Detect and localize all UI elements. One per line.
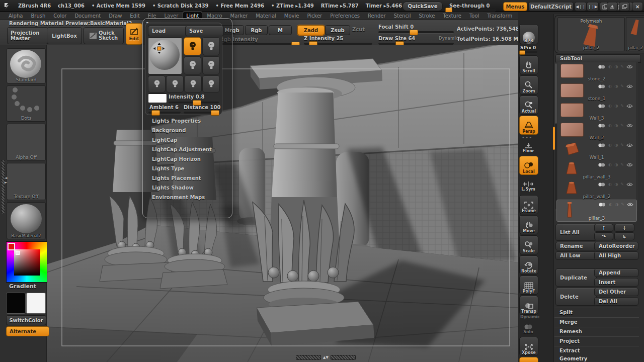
project-section[interactable]: Project <box>554 336 639 345</box>
menu-color[interactable]: Color <box>50 12 70 20</box>
zsub-button[interactable]: Zsub <box>325 25 350 35</box>
rotate-button[interactable]: Rotate <box>519 255 538 275</box>
menus-button[interactable]: Menus <box>503 2 527 11</box>
quick-sketch-button[interactable]: Quick Sketch <box>84 27 124 44</box>
menu-preferences[interactable]: Preferences <box>327 12 363 20</box>
visibility-eye-icon[interactable] <box>626 183 633 187</box>
polypaint-toggle-icon[interactable] <box>598 104 606 108</box>
left-tray-arrows-icon[interactable]: ◄► <box>5 176 7 185</box>
visibility-eye-icon[interactable] <box>627 203 633 207</box>
switch-color-button[interactable]: SwitchColor <box>6 315 46 325</box>
mask-toggle-icon[interactable]: ◑ <box>614 123 618 128</box>
subtool-row-pillarwall2[interactable]: ◐◑✎ pillar_wall_2 <box>557 180 636 200</box>
menu-item-environment-maps[interactable]: Environment Maps <box>152 195 227 204</box>
del-other-button[interactable]: Del Other <box>594 288 638 296</box>
local-button[interactable]: Local <box>519 156 538 175</box>
menu-item-lights-type[interactable]: Lights Type <box>152 166 227 175</box>
merge-section[interactable]: Merge <box>554 317 639 326</box>
all-high-button[interactable]: All High <box>594 251 638 260</box>
shade-toggle-icon[interactable]: ◐ <box>608 84 612 88</box>
paint-toggle-icon[interactable]: ✎ <box>621 202 624 207</box>
menu-item-lightcap-adjustment[interactable]: LightCap Adjustment <box>152 147 227 156</box>
rename-button[interactable]: Rename <box>555 242 597 250</box>
zcut-label[interactable]: Zcut <box>352 27 365 32</box>
spix-slider[interactable] <box>519 51 537 53</box>
light-2-button[interactable] <box>202 37 220 55</box>
mask-toggle-icon[interactable]: ◑ <box>615 202 618 207</box>
polypaint-toggle-icon[interactable] <box>598 183 606 187</box>
actual-button[interactable]: Actual <box>519 96 538 115</box>
shade-toggle-icon[interactable]: ◐ <box>609 202 612 207</box>
light-1-button[interactable] <box>184 37 201 55</box>
close-button[interactable]: × <box>632 2 643 11</box>
light-color-swatch[interactable] <box>148 94 167 103</box>
menu-item-lights-shadow[interactable]: Lights Shadow <box>152 185 227 195</box>
paint-toggle-icon[interactable]: ✎ <box>620 64 624 69</box>
light-4-button[interactable] <box>202 56 220 74</box>
zoom-button[interactable]: Zoom <box>519 75 538 95</box>
mask-toggle-icon[interactable]: ◑ <box>614 182 618 187</box>
light-6-button[interactable] <box>166 75 184 93</box>
duplicate-button[interactable]: Duplicate <box>555 268 597 287</box>
restore-window-button[interactable] <box>619 2 630 11</box>
polypaint-toggle-icon[interactable] <box>598 65 606 69</box>
insert-button[interactable]: Insert <box>594 278 638 287</box>
active-tool-slot[interactable]: Polymesh pillar_2 <box>557 17 625 51</box>
append-button[interactable]: Append <box>594 268 638 277</box>
floor-button[interactable]: Floor <box>519 140 537 154</box>
edit-button[interactable]: Edit <box>126 23 142 45</box>
autoreorder-button[interactable]: AutoReorder <box>594 242 638 250</box>
default-zscript-button[interactable]: DefaultZScript <box>528 2 574 11</box>
move-button[interactable]: Move <box>519 215 538 234</box>
menu-item-background[interactable]: Background <box>152 128 227 137</box>
polypaint-toggle-icon[interactable] <box>598 84 606 88</box>
scroll-button[interactable]: Scroll <box>519 55 538 74</box>
geometry-section-header[interactable]: Geometry <box>559 356 587 361</box>
menu-render[interactable]: Render <box>364 12 389 20</box>
z-intensity-slider[interactable] <box>304 43 372 45</box>
menu-item-lightcap[interactable]: LightCap <box>152 137 227 147</box>
scrub-left-icon[interactable]: ◀❘❘ <box>575 2 587 11</box>
paint-toggle-icon[interactable]: ✎ <box>620 104 624 108</box>
subtool-row-pillarwall3[interactable]: ◐◑✎ pillar_wall_3 <box>557 160 636 180</box>
light-3-button[interactable] <box>184 56 201 74</box>
paint-toggle-icon[interactable]: ✎ <box>620 123 624 128</box>
subtool-row-stone1[interactable]: ◐◑✎ stone_1 <box>557 82 636 102</box>
mask-toggle-icon[interactable]: ◑ <box>614 143 618 147</box>
scrub-right-icon[interactable]: ❘❘▶ <box>587 2 599 11</box>
visibility-eye-icon[interactable] <box>626 143 633 147</box>
persp-button[interactable]: Persp <box>519 116 538 135</box>
visibility-eye-icon[interactable] <box>626 65 633 69</box>
paint-toggle-icon[interactable]: ✎ <box>620 182 624 187</box>
subtool-up-button[interactable]: ↑ <box>594 224 613 232</box>
m-button[interactable]: M <box>269 25 292 35</box>
visibility-eye-icon[interactable] <box>626 124 633 128</box>
frame-button[interactable]: Frame <box>519 195 538 214</box>
visibility-eye-icon[interactable] <box>626 163 633 167</box>
stroke-tile-dots[interactable]: Dots <box>7 85 46 122</box>
viewport-scene[interactable] <box>46 45 518 362</box>
mask-toggle-icon[interactable]: ◑ <box>614 64 618 69</box>
quicksave-button[interactable]: QuickSave <box>403 2 443 11</box>
left-tray-divider[interactable] <box>1 160 5 214</box>
menu-brush[interactable]: Brush <box>27 12 49 20</box>
subtool-move-down-icon[interactable]: ↳ <box>614 232 634 240</box>
polypaint-toggle-icon[interactable] <box>598 124 606 128</box>
viewport[interactable] <box>46 45 518 362</box>
secondary-color-swatch[interactable] <box>26 293 46 314</box>
polypaint-toggle-icon[interactable] <box>598 143 606 147</box>
lightbox-button[interactable]: LightBox <box>47 27 82 44</box>
all-low-button[interactable]: All Low <box>555 251 597 260</box>
extract-section[interactable]: Extract <box>554 346 639 355</box>
shade-toggle-icon[interactable]: ◐ <box>608 104 612 108</box>
menu-stroke[interactable]: Stroke <box>415 12 438 20</box>
subtool-row-pillar3-selected[interactable]: ◐◑✎ pillar_3 <box>556 200 637 222</box>
menu-stencil[interactable]: Stencil <box>390 12 415 20</box>
light-7-button[interactable] <box>184 75 202 93</box>
subtool-row-stone2[interactable]: ◐◑✎ stone_2 <box>557 62 636 82</box>
alternate-button[interactable]: Alternate <box>6 326 49 336</box>
intensity-slider[interactable] <box>169 102 219 104</box>
del-all-button[interactable]: Del All <box>594 297 638 306</box>
dynamic-label[interactable]: Dynamic <box>439 36 458 41</box>
min-glyph-button[interactable] <box>607 2 618 11</box>
